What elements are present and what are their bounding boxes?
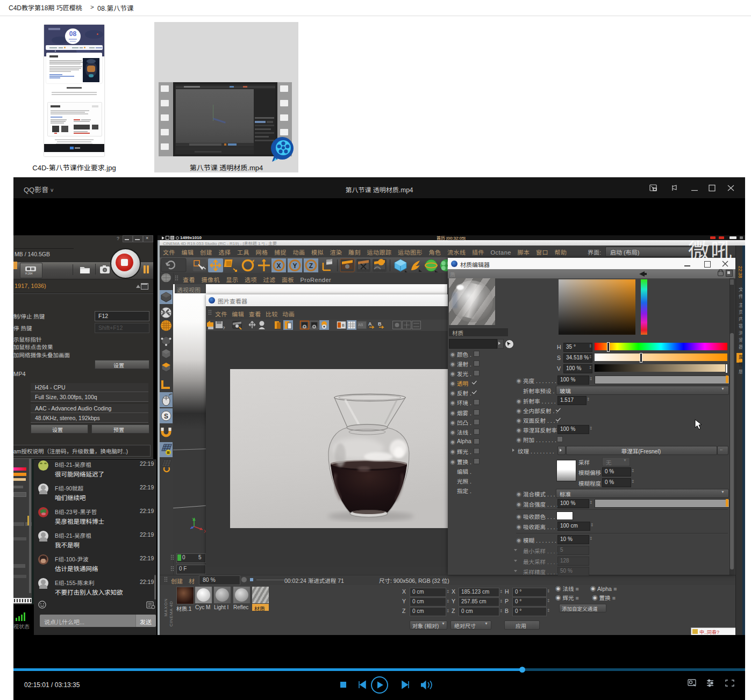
svg-text:B: B [342, 323, 345, 327]
svg-text:Y: Y [192, 517, 195, 522]
svg-text:X: X [276, 262, 281, 270]
svg-text:?: ? [223, 326, 225, 330]
svg-text:S: S [164, 413, 168, 420]
svg-text:Z: Z [309, 262, 313, 270]
svg-text:B: B [378, 321, 382, 327]
svg-text:AB: AB [358, 323, 363, 327]
svg-text:Y: Y [292, 262, 297, 270]
svg-text:A: A [368, 321, 372, 327]
